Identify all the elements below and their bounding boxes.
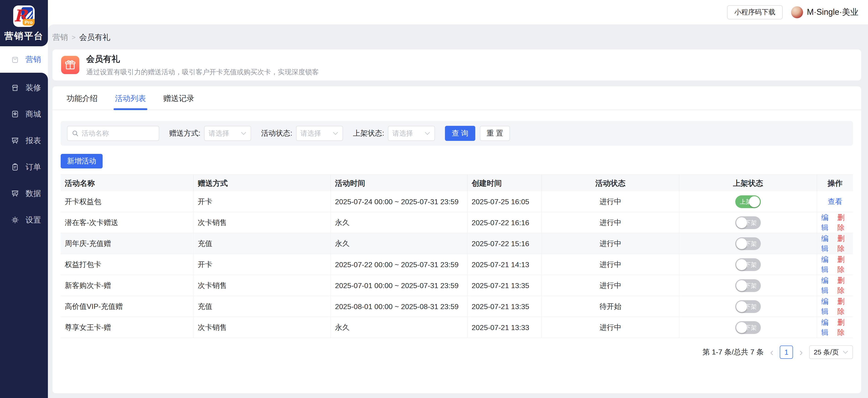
chevron-left-icon[interactable]: ‹: [769, 347, 775, 357]
breadcrumb-separator-icon: >: [72, 34, 76, 41]
shelf-toggle[interactable]: 下架: [735, 216, 761, 229]
page-number-button[interactable]: 1: [780, 345, 793, 359]
cell-shelf-status: 下架: [679, 296, 817, 317]
column-header: 赠送方式: [194, 175, 331, 192]
table-header-row: 活动名称 赠送方式 活动时间 创建时间 活动状态 上架状态 操作: [61, 174, 853, 191]
edit-link[interactable]: 编辑: [821, 255, 833, 275]
reset-button[interactable]: 重 置: [480, 126, 510, 141]
pagination-total: 第 1-7 条/总共 7 条: [703, 347, 764, 357]
data-chart-icon: [10, 189, 20, 198]
sidebar-item-label: 设置: [26, 215, 41, 225]
cell-operations: 查看: [817, 191, 853, 212]
chevron-right-icon[interactable]: ›: [799, 347, 804, 357]
table-row: 尊享女王卡-赠 次卡销售 永久 2025-07-21 13:33 进行中 下架: [61, 317, 853, 338]
gift-method-label: 赠送方式:: [169, 128, 200, 138]
shelf-status-select[interactable]: 请选择: [388, 126, 435, 141]
app-window: R Pro 营销平台 营销: [0, 0, 868, 398]
delete-link[interactable]: 删除: [837, 275, 849, 296]
shelf-toggle[interactable]: 下架: [735, 321, 761, 334]
gift-method-select[interactable]: 请选择: [204, 126, 251, 141]
logo-pro-badge: Pro: [23, 19, 35, 26]
toggle-knob-icon: [736, 217, 747, 228]
delete-link[interactable]: 删除: [837, 297, 849, 317]
cell-activity-time: 2025-07-24 00:00 ~ 2025-07-31 23:59: [331, 191, 467, 212]
cell-operations: 编辑 删除: [817, 212, 853, 233]
cell-activity-name: 周年庆-充值赠: [61, 233, 194, 254]
sidebar-item-data[interactable]: 数据: [0, 180, 48, 207]
toggle-knob-icon: [736, 259, 747, 270]
breadcrumb: 营销 > 会员有礼: [53, 32, 861, 43]
sidebar-item-settings[interactable]: 设置: [0, 207, 48, 233]
storefront-icon: [10, 83, 20, 92]
chevron-down-icon: [333, 131, 338, 135]
search-box[interactable]: [67, 126, 159, 141]
shelf-toggle[interactable]: 上架: [735, 195, 761, 208]
page-content: 营销 > 会员有礼 会员有礼 通过设置有吸引力的赠送活动，吸引客户开卡: [48, 24, 868, 398]
delete-link[interactable]: 删除: [837, 213, 849, 233]
cell-gift-method: 次卡销售: [194, 212, 331, 233]
edit-link[interactable]: 编辑: [821, 213, 833, 233]
column-header: 上架状态: [679, 175, 817, 192]
select-placeholder: 请选择: [209, 129, 229, 138]
clipboard-icon: [10, 163, 20, 172]
cell-shelf-status: 下架: [679, 212, 817, 233]
add-activity-button[interactable]: 新增活动: [61, 154, 103, 168]
mini-program-download-button[interactable]: 小程序码下载: [727, 5, 783, 20]
cell-operations: 编辑 删除: [817, 233, 853, 254]
toggle-knob-icon: [736, 238, 747, 249]
sidebar-item-decoration[interactable]: 装修: [0, 74, 48, 101]
tab-gift-records[interactable]: 赠送记录: [163, 93, 194, 110]
delete-link[interactable]: 删除: [837, 318, 849, 338]
page-size-select[interactable]: 25 条/页: [809, 345, 853, 359]
cell-shelf-status: 下架: [679, 233, 817, 254]
cell-activity-name: 开卡权益包: [61, 191, 194, 212]
cell-activity-status: 进行中: [542, 212, 679, 233]
tab-activity-list[interactable]: 活动列表: [115, 93, 146, 110]
cell-created-time: 2025-07-22 16:16: [467, 212, 542, 233]
breadcrumb-current: 会员有礼: [80, 32, 111, 43]
sidebar-item-orders[interactable]: 订单: [0, 154, 48, 180]
cell-created-time: 2025-07-21 13:33: [467, 317, 542, 338]
delete-link[interactable]: 删除: [837, 255, 849, 275]
shelf-toggle[interactable]: 下架: [735, 300, 761, 313]
table-row: 潜在客-次卡赠送 次卡销售 永久 2025-07-22 16:16 进行中 下架: [61, 212, 853, 233]
sidebar-item-label: 订单: [26, 162, 41, 172]
cell-activity-time: 2025-07-22 00:00 ~ 2025-07-31 23:59: [331, 254, 467, 275]
edit-link[interactable]: 编辑: [821, 297, 833, 317]
search-icon: [72, 130, 79, 137]
cell-activity-name: 新客购次卡-赠: [61, 275, 194, 296]
cell-shelf-status: 下架: [679, 275, 817, 296]
shelf-toggle[interactable]: 下架: [735, 258, 761, 271]
cell-activity-time: 2025-07-01 00:00 ~ 2025-07-31 23:59: [331, 275, 467, 296]
account-menu[interactable]: M·Single·美业: [791, 6, 859, 19]
sidebar-item-mall[interactable]: 商城: [0, 101, 48, 127]
activity-status-select[interactable]: 请选择: [296, 126, 343, 141]
view-link[interactable]: 查看: [828, 197, 842, 207]
shelf-toggle[interactable]: 下架: [735, 237, 761, 250]
table-row: 权益打包卡 开卡 2025-07-22 00:00 ~ 2025-07-31 2…: [61, 254, 853, 275]
sidebar-item-marketing[interactable]: 营销: [0, 46, 48, 73]
search-button[interactable]: 查 询: [445, 126, 475, 141]
page-title: 会员有礼: [86, 53, 319, 65]
tab-feature-intro[interactable]: 功能介绍: [67, 93, 98, 110]
cell-activity-time: 永久: [331, 317, 467, 338]
edit-link[interactable]: 编辑: [821, 318, 833, 338]
gift-icon: [61, 56, 80, 74]
search-input[interactable]: [82, 130, 155, 137]
shelf-toggle[interactable]: 下架: [735, 279, 761, 292]
cell-gift-method: 开卡: [194, 254, 331, 275]
cell-created-time: 2025-07-21 13:35: [467, 296, 542, 317]
edit-link[interactable]: 编辑: [821, 275, 833, 296]
cell-activity-time: 永久: [331, 212, 467, 233]
sidebar-item-reports[interactable]: 报表: [0, 127, 48, 154]
cell-gift-method: 次卡销售: [194, 275, 331, 296]
table-row: 开卡权益包 开卡 2025-07-24 00:00 ~ 2025-07-31 2…: [61, 191, 853, 212]
cell-operations: 编辑 删除: [817, 317, 853, 338]
delete-link[interactable]: 删除: [837, 234, 849, 254]
sidebar-item-label: 商城: [26, 109, 41, 120]
breadcrumb-parent[interactable]: 营销: [53, 32, 68, 43]
cell-activity-status: 进行中: [542, 191, 679, 212]
edit-link[interactable]: 编辑: [821, 234, 833, 254]
main-column: 小程序码下载 M·Single·美业 营销 > 会员有礼: [48, 0, 868, 398]
cell-operations: 编辑 删除: [817, 254, 853, 275]
